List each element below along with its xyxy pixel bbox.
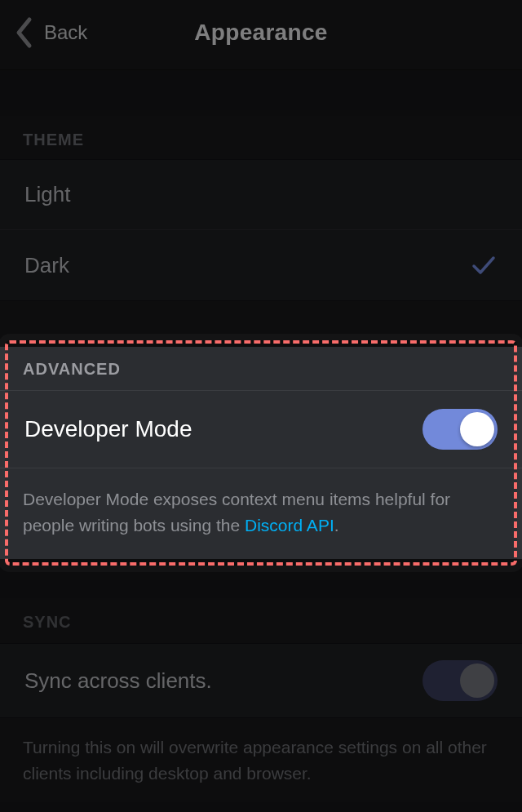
toggle-knob bbox=[460, 412, 494, 446]
developer-mode-label: Developer Mode bbox=[24, 416, 192, 442]
theme-section-header: THEME bbox=[0, 116, 522, 159]
theme-option-dark[interactable]: Dark bbox=[0, 230, 522, 300]
desc-text-suffix: . bbox=[334, 516, 339, 535]
sync-label: Sync across clients. bbox=[24, 668, 212, 694]
check-icon bbox=[470, 251, 498, 279]
back-label: Back bbox=[44, 21, 87, 44]
sync-section-header: SYNC bbox=[0, 598, 522, 643]
spacer bbox=[0, 70, 522, 116]
back-button[interactable]: Back bbox=[15, 16, 87, 49]
advanced-section-header: ADVANCED bbox=[0, 347, 522, 390]
chevron-left-icon bbox=[15, 16, 33, 49]
desc-text: Developer Mode exposes context menu item… bbox=[23, 490, 450, 535]
developer-mode-toggle[interactable] bbox=[422, 409, 498, 450]
advanced-section: ADVANCED Developer Mode Developer Mode e… bbox=[0, 347, 522, 559]
theme-option-label: Light bbox=[24, 182, 70, 207]
sync-section: SYNC Sync across clients. Turning this o… bbox=[0, 598, 522, 802]
developer-mode-row[interactable]: Developer Mode bbox=[0, 390, 522, 468]
theme-option-light[interactable]: Light bbox=[0, 160, 522, 230]
discord-api-link[interactable]: Discord API bbox=[245, 516, 334, 535]
sync-description: Turning this on will overwrite appearanc… bbox=[0, 718, 522, 802]
sync-row[interactable]: Sync across clients. bbox=[0, 643, 522, 718]
developer-mode-description: Developer Mode exposes context menu item… bbox=[0, 468, 522, 559]
toggle-knob bbox=[460, 663, 494, 698]
page-title: Appearance bbox=[194, 20, 327, 46]
sync-toggle[interactable] bbox=[422, 660, 498, 701]
theme-list: Light Dark bbox=[0, 159, 522, 301]
spacer bbox=[0, 301, 522, 347]
settings-header: Back Appearance bbox=[0, 0, 522, 70]
theme-option-label: Dark bbox=[24, 253, 69, 278]
